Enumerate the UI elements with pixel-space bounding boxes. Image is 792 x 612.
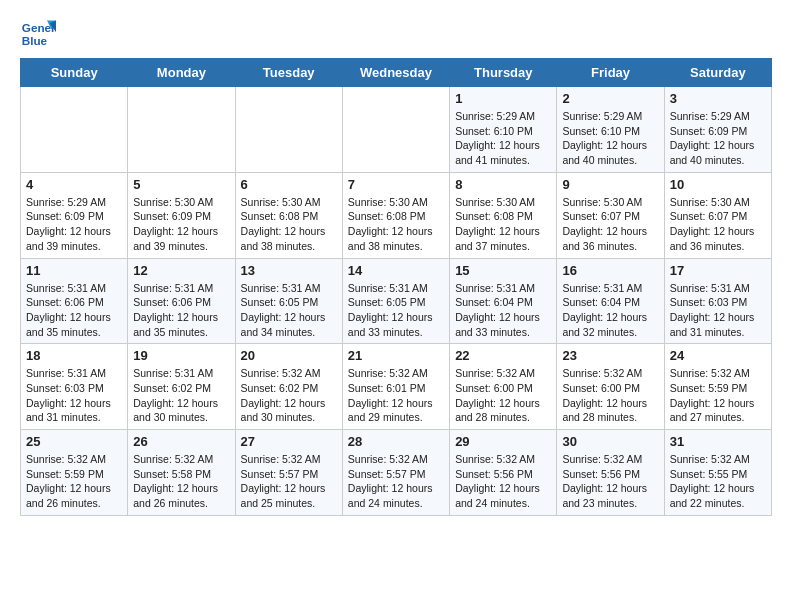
day-info: Sunrise: 5:31 AM Sunset: 6:05 PM Dayligh… [348, 281, 444, 340]
calendar-table: SundayMondayTuesdayWednesdayThursdayFrid… [20, 58, 772, 516]
day-info: Sunrise: 5:31 AM Sunset: 6:05 PM Dayligh… [241, 281, 337, 340]
calendar-cell: 12Sunrise: 5:31 AM Sunset: 6:06 PM Dayli… [128, 258, 235, 344]
calendar-cell: 10Sunrise: 5:30 AM Sunset: 6:07 PM Dayli… [664, 172, 771, 258]
calendar-cell: 7Sunrise: 5:30 AM Sunset: 6:08 PM Daylig… [342, 172, 449, 258]
day-info: Sunrise: 5:32 AM Sunset: 5:57 PM Dayligh… [241, 452, 337, 511]
day-info: Sunrise: 5:31 AM Sunset: 6:06 PM Dayligh… [133, 281, 229, 340]
weekday-header: Thursday [450, 59, 557, 87]
calendar-cell: 15Sunrise: 5:31 AM Sunset: 6:04 PM Dayli… [450, 258, 557, 344]
calendar-cell: 11Sunrise: 5:31 AM Sunset: 6:06 PM Dayli… [21, 258, 128, 344]
calendar-cell: 3Sunrise: 5:29 AM Sunset: 6:09 PM Daylig… [664, 87, 771, 173]
calendar-cell: 24Sunrise: 5:32 AM Sunset: 5:59 PM Dayli… [664, 344, 771, 430]
day-number: 25 [26, 434, 122, 449]
day-info: Sunrise: 5:30 AM Sunset: 6:08 PM Dayligh… [241, 195, 337, 254]
day-number: 3 [670, 91, 766, 106]
svg-text:Blue: Blue [22, 34, 48, 47]
day-number: 8 [455, 177, 551, 192]
day-number: 22 [455, 348, 551, 363]
logo: General Blue [20, 16, 56, 52]
calendar-cell: 4Sunrise: 5:29 AM Sunset: 6:09 PM Daylig… [21, 172, 128, 258]
day-number: 21 [348, 348, 444, 363]
day-number: 28 [348, 434, 444, 449]
day-number: 18 [26, 348, 122, 363]
calendar-cell [235, 87, 342, 173]
day-number: 15 [455, 263, 551, 278]
day-info: Sunrise: 5:32 AM Sunset: 5:56 PM Dayligh… [455, 452, 551, 511]
day-number: 17 [670, 263, 766, 278]
calendar-cell: 20Sunrise: 5:32 AM Sunset: 6:02 PM Dayli… [235, 344, 342, 430]
calendar-cell: 13Sunrise: 5:31 AM Sunset: 6:05 PM Dayli… [235, 258, 342, 344]
calendar-cell: 26Sunrise: 5:32 AM Sunset: 5:58 PM Dayli… [128, 430, 235, 516]
day-number: 5 [133, 177, 229, 192]
day-info: Sunrise: 5:31 AM Sunset: 6:06 PM Dayligh… [26, 281, 122, 340]
calendar-cell [21, 87, 128, 173]
calendar-cell: 31Sunrise: 5:32 AM Sunset: 5:55 PM Dayli… [664, 430, 771, 516]
weekday-header: Tuesday [235, 59, 342, 87]
header-row: SundayMondayTuesdayWednesdayThursdayFrid… [21, 59, 772, 87]
day-number: 30 [562, 434, 658, 449]
calendar-week-row: 11Sunrise: 5:31 AM Sunset: 6:06 PM Dayli… [21, 258, 772, 344]
day-number: 2 [562, 91, 658, 106]
day-number: 26 [133, 434, 229, 449]
day-number: 10 [670, 177, 766, 192]
day-number: 19 [133, 348, 229, 363]
day-info: Sunrise: 5:32 AM Sunset: 6:01 PM Dayligh… [348, 366, 444, 425]
calendar-cell: 23Sunrise: 5:32 AM Sunset: 6:00 PM Dayli… [557, 344, 664, 430]
day-info: Sunrise: 5:29 AM Sunset: 6:09 PM Dayligh… [26, 195, 122, 254]
page-header: General Blue [20, 16, 772, 52]
day-info: Sunrise: 5:30 AM Sunset: 6:07 PM Dayligh… [562, 195, 658, 254]
day-info: Sunrise: 5:31 AM Sunset: 6:04 PM Dayligh… [455, 281, 551, 340]
day-number: 1 [455, 91, 551, 106]
calendar-week-row: 4Sunrise: 5:29 AM Sunset: 6:09 PM Daylig… [21, 172, 772, 258]
day-number: 7 [348, 177, 444, 192]
day-number: 6 [241, 177, 337, 192]
day-info: Sunrise: 5:32 AM Sunset: 5:56 PM Dayligh… [562, 452, 658, 511]
day-number: 24 [670, 348, 766, 363]
calendar-cell: 6Sunrise: 5:30 AM Sunset: 6:08 PM Daylig… [235, 172, 342, 258]
calendar-cell: 18Sunrise: 5:31 AM Sunset: 6:03 PM Dayli… [21, 344, 128, 430]
calendar-cell: 5Sunrise: 5:30 AM Sunset: 6:09 PM Daylig… [128, 172, 235, 258]
calendar-cell: 28Sunrise: 5:32 AM Sunset: 5:57 PM Dayli… [342, 430, 449, 516]
weekday-header: Saturday [664, 59, 771, 87]
calendar-cell: 27Sunrise: 5:32 AM Sunset: 5:57 PM Dayli… [235, 430, 342, 516]
day-info: Sunrise: 5:31 AM Sunset: 6:04 PM Dayligh… [562, 281, 658, 340]
calendar-cell: 17Sunrise: 5:31 AM Sunset: 6:03 PM Dayli… [664, 258, 771, 344]
calendar-cell: 16Sunrise: 5:31 AM Sunset: 6:04 PM Dayli… [557, 258, 664, 344]
day-info: Sunrise: 5:29 AM Sunset: 6:09 PM Dayligh… [670, 109, 766, 168]
day-number: 20 [241, 348, 337, 363]
day-number: 29 [455, 434, 551, 449]
day-number: 13 [241, 263, 337, 278]
day-number: 9 [562, 177, 658, 192]
day-info: Sunrise: 5:32 AM Sunset: 5:59 PM Dayligh… [26, 452, 122, 511]
day-number: 14 [348, 263, 444, 278]
calendar-cell: 2Sunrise: 5:29 AM Sunset: 6:10 PM Daylig… [557, 87, 664, 173]
day-info: Sunrise: 5:30 AM Sunset: 6:07 PM Dayligh… [670, 195, 766, 254]
calendar-cell: 25Sunrise: 5:32 AM Sunset: 5:59 PM Dayli… [21, 430, 128, 516]
day-number: 4 [26, 177, 122, 192]
day-number: 31 [670, 434, 766, 449]
day-info: Sunrise: 5:29 AM Sunset: 6:10 PM Dayligh… [562, 109, 658, 168]
day-info: Sunrise: 5:32 AM Sunset: 5:58 PM Dayligh… [133, 452, 229, 511]
day-number: 11 [26, 263, 122, 278]
calendar-cell: 21Sunrise: 5:32 AM Sunset: 6:01 PM Dayli… [342, 344, 449, 430]
day-info: Sunrise: 5:30 AM Sunset: 6:09 PM Dayligh… [133, 195, 229, 254]
calendar-cell: 22Sunrise: 5:32 AM Sunset: 6:00 PM Dayli… [450, 344, 557, 430]
day-info: Sunrise: 5:32 AM Sunset: 6:00 PM Dayligh… [562, 366, 658, 425]
calendar-week-row: 18Sunrise: 5:31 AM Sunset: 6:03 PM Dayli… [21, 344, 772, 430]
weekday-header: Sunday [21, 59, 128, 87]
day-info: Sunrise: 5:30 AM Sunset: 6:08 PM Dayligh… [455, 195, 551, 254]
calendar-week-row: 1Sunrise: 5:29 AM Sunset: 6:10 PM Daylig… [21, 87, 772, 173]
weekday-header: Monday [128, 59, 235, 87]
day-info: Sunrise: 5:31 AM Sunset: 6:03 PM Dayligh… [670, 281, 766, 340]
logo-icon: General Blue [20, 16, 56, 52]
calendar-cell: 8Sunrise: 5:30 AM Sunset: 6:08 PM Daylig… [450, 172, 557, 258]
calendar-cell: 29Sunrise: 5:32 AM Sunset: 5:56 PM Dayli… [450, 430, 557, 516]
day-info: Sunrise: 5:32 AM Sunset: 6:00 PM Dayligh… [455, 366, 551, 425]
calendar-cell: 1Sunrise: 5:29 AM Sunset: 6:10 PM Daylig… [450, 87, 557, 173]
calendar-cell [342, 87, 449, 173]
day-number: 27 [241, 434, 337, 449]
weekday-header: Wednesday [342, 59, 449, 87]
day-info: Sunrise: 5:31 AM Sunset: 6:03 PM Dayligh… [26, 366, 122, 425]
calendar-cell: 9Sunrise: 5:30 AM Sunset: 6:07 PM Daylig… [557, 172, 664, 258]
day-number: 16 [562, 263, 658, 278]
